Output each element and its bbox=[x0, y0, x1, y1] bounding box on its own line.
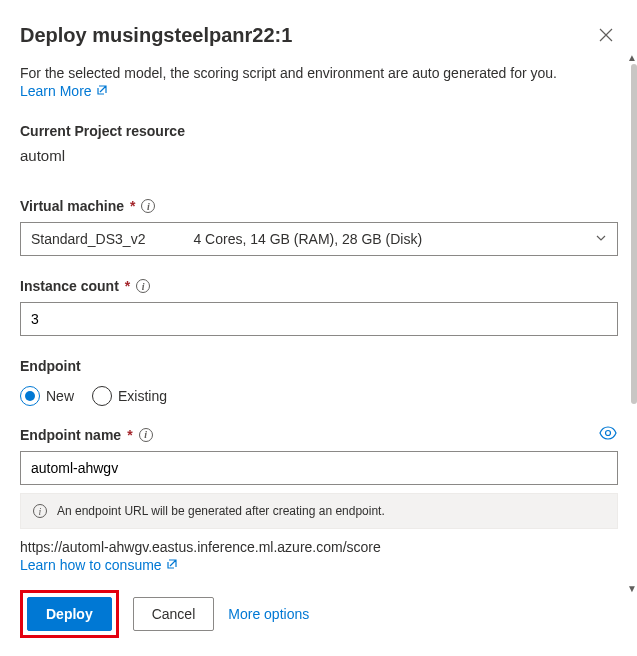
info-icon[interactable]: i bbox=[139, 428, 153, 442]
endpoint-name-input[interactable] bbox=[31, 460, 607, 476]
endpoint-label: Endpoint bbox=[20, 358, 617, 374]
scroll-down-arrow-icon[interactable]: ▼ bbox=[627, 583, 637, 594]
instance-count-input[interactable] bbox=[31, 311, 607, 327]
required-indicator: * bbox=[125, 278, 130, 294]
vm-label: Virtual machine bbox=[20, 198, 124, 214]
instance-count-field-wrap bbox=[20, 302, 618, 336]
scrollbar-thumb[interactable] bbox=[631, 64, 637, 404]
deploy-button[interactable]: Deploy bbox=[27, 597, 112, 631]
learn-more-link[interactable]: Learn More bbox=[20, 83, 108, 99]
endpoint-name-label: Endpoint name bbox=[20, 427, 121, 443]
chevron-down-icon bbox=[595, 231, 607, 247]
project-resource-label: Current Project resource bbox=[20, 123, 617, 139]
project-resource-value: automl bbox=[20, 147, 617, 164]
info-icon[interactable]: i bbox=[136, 279, 150, 293]
instance-count-label: Instance count bbox=[20, 278, 119, 294]
vm-select[interactable]: Standard_DS3_v2 4 Cores, 14 GB (RAM), 28… bbox=[20, 222, 618, 256]
eye-icon[interactable] bbox=[599, 426, 617, 443]
vm-selected-specs: 4 Cores, 14 GB (RAM), 28 GB (Disk) bbox=[193, 231, 422, 247]
close-icon bbox=[599, 28, 613, 42]
intro-text: For the selected model, the scoring scri… bbox=[20, 65, 617, 81]
endpoint-radio-new[interactable]: New bbox=[20, 386, 74, 406]
info-icon: i bbox=[33, 504, 47, 518]
required-indicator: * bbox=[127, 427, 132, 443]
vm-selected-name: Standard_DS3_v2 bbox=[31, 231, 145, 247]
endpoint-url-preview: https://automl-ahwgv.eastus.inference.ml… bbox=[20, 539, 617, 555]
scroll-up-arrow-icon[interactable]: ▲ bbox=[627, 52, 637, 63]
learn-more-label: Learn More bbox=[20, 83, 92, 99]
endpoint-radio-existing[interactable]: Existing bbox=[92, 386, 167, 406]
cancel-button[interactable]: Cancel bbox=[133, 597, 215, 631]
endpoint-radio-existing-label: Existing bbox=[118, 388, 167, 404]
panel-title: Deploy musingsteelpanr22:1 bbox=[20, 24, 292, 47]
endpoint-radio-new-label: New bbox=[46, 388, 74, 404]
svg-point-0 bbox=[606, 431, 611, 436]
required-indicator: * bbox=[130, 198, 135, 214]
radio-icon bbox=[20, 386, 40, 406]
footer-actions: Deploy Cancel More options bbox=[20, 590, 309, 638]
info-bar: i An endpoint URL will be generated afte… bbox=[20, 493, 618, 529]
endpoint-name-field-wrap bbox=[20, 451, 618, 485]
highlight-annotation: Deploy bbox=[20, 590, 119, 638]
external-link-icon bbox=[96, 84, 108, 99]
more-options-link[interactable]: More options bbox=[228, 606, 309, 622]
learn-consume-link[interactable]: Learn how to consume bbox=[20, 557, 178, 573]
info-icon[interactable]: i bbox=[141, 199, 155, 213]
learn-consume-label: Learn how to consume bbox=[20, 557, 162, 573]
external-link-icon bbox=[166, 558, 178, 573]
radio-icon bbox=[92, 386, 112, 406]
info-bar-text: An endpoint URL will be generated after … bbox=[57, 504, 385, 518]
deploy-panel: Deploy musingsteelpanr22:1 For the selec… bbox=[0, 0, 637, 656]
close-button[interactable] bbox=[595, 24, 617, 49]
